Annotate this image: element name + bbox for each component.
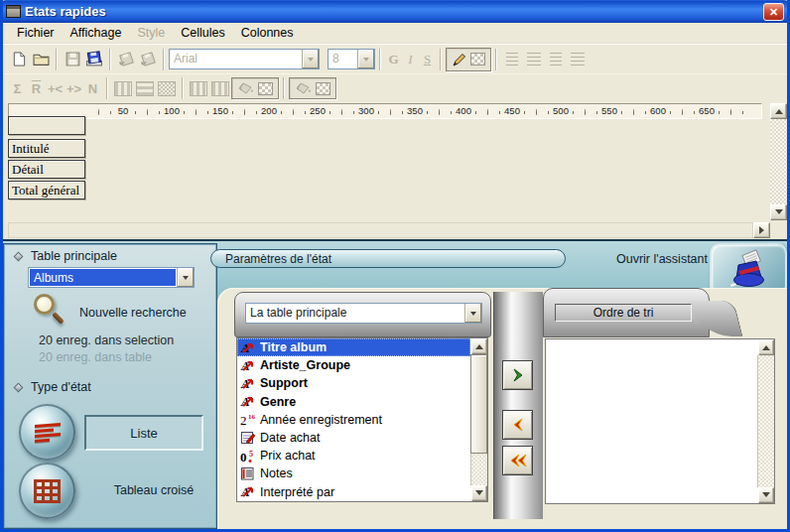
- parameters-header-text: Paramètres de l'état: [225, 252, 331, 266]
- scrollbar-track[interactable]: [757, 355, 774, 487]
- move-right-button[interactable]: [502, 360, 533, 390]
- field-item[interactable]: Année enregistrement: [237, 411, 487, 429]
- field-item[interactable]: Artiste_Groupe: [237, 356, 487, 374]
- menu-colonnes[interactable]: Colonnes: [233, 24, 302, 42]
- field-label: Date achat: [260, 431, 320, 445]
- search-icon: [52, 312, 65, 325]
- list-report-button[interactable]: [19, 404, 75, 461]
- chevron-down-icon[interactable]: [302, 50, 319, 68]
- field-item[interactable]: Genre: [237, 393, 487, 411]
- field-label: Notes: [260, 466, 293, 480]
- horizontal-scrollbar-track[interactable]: [8, 222, 753, 238]
- chevron-down-icon[interactable]: [357, 50, 374, 68]
- field-item[interactable]: Notes: [237, 465, 487, 482]
- toolbar-separator: [495, 49, 497, 70]
- alpha-field-icon: [240, 394, 256, 409]
- print-preview-button: [115, 49, 137, 70]
- transparent-pattern-icon: [470, 53, 485, 66]
- field-label: Support: [260, 376, 308, 390]
- alpha-field-icon: [240, 340, 256, 355]
- ruler-label: 550: [599, 105, 619, 116]
- selection-count: 20 enreg. dans selection: [39, 333, 174, 347]
- field-item[interactable]: Support: [237, 374, 487, 392]
- scroll-right-button[interactable]: [753, 222, 770, 238]
- field-label: Genre: [260, 395, 296, 409]
- menu-fichier[interactable]: Fichier: [9, 24, 63, 42]
- sort-order-list[interactable]: [545, 338, 775, 504]
- date-field-icon: [240, 431, 256, 446]
- move-all-left-button[interactable]: [502, 446, 533, 475]
- ruler-label: 350: [405, 105, 425, 116]
- menu-bar: Fichier Affichage Style Cellules Colonne…: [3, 23, 787, 44]
- field-item[interactable]: Titre album: [237, 338, 470, 356]
- chevron-down-icon[interactable]: [177, 268, 194, 287]
- table-select[interactable]: Albums: [28, 267, 195, 288]
- sidebar: Table principale Albums Nouvelle recherc…: [3, 243, 217, 529]
- scroll-down-button[interactable]: [770, 204, 787, 220]
- title-bar[interactable]: Etats rapides: [0, 0, 790, 23]
- ruler-label: 650: [697, 105, 717, 116]
- menu-affichage[interactable]: Affichage: [63, 24, 130, 42]
- toolbar-separator: [182, 77, 184, 99]
- source-table-select[interactable]: La table principale: [245, 303, 482, 324]
- table-principale-label: Table principale: [31, 249, 117, 263]
- field-list: Titre album Artiste_Groupe Support Genre…: [236, 337, 488, 502]
- field-label: Artiste_Groupe: [260, 358, 350, 372]
- chevron-down-icon[interactable]: [464, 304, 481, 323]
- sort-order-header: Ordre de tri: [555, 304, 692, 322]
- field-label: Année enregistrement: [260, 413, 382, 427]
- field-item[interactable]: Date achat: [237, 429, 487, 447]
- font-family-select[interactable]: Arial: [169, 49, 320, 69]
- report-row-detail[interactable]: Détail: [8, 160, 85, 179]
- report-parameters-panel: Table principale Albums Nouvelle recherc…: [0, 239, 790, 532]
- print-button: [137, 49, 159, 70]
- toolbar-separator: [440, 49, 442, 70]
- field-list-scrollbar[interactable]: [470, 338, 487, 501]
- toolbar-separator: [379, 49, 381, 70]
- parameters-header-pill: Paramètres de l'état: [210, 249, 566, 268]
- vertical-scrollbar-track[interactable]: [770, 119, 787, 204]
- close-button[interactable]: [763, 3, 784, 21]
- report-row-header-empty[interactable]: [8, 116, 85, 135]
- sort-list-scrollbar[interactable]: [757, 339, 774, 503]
- integer-field-icon: [240, 412, 256, 427]
- move-column-right-button: [209, 77, 231, 99]
- font-size-select[interactable]: 8: [328, 49, 375, 69]
- toolbar-separator: [56, 49, 58, 70]
- add-column-right-button: +>: [65, 81, 83, 96]
- repeated-values-button: R: [27, 81, 46, 96]
- field-item[interactable]: Interprété par: [237, 483, 487, 501]
- scroll-up-button[interactable]: [758, 339, 774, 355]
- menu-cellules[interactable]: Cellules: [173, 24, 232, 42]
- save-report-button[interactable]: [83, 49, 105, 70]
- report-row-intitule[interactable]: Intitulé: [8, 139, 85, 158]
- move-right-icon: [510, 367, 526, 383]
- page-number-button: N: [83, 81, 102, 96]
- move-left-button[interactable]: [502, 410, 533, 440]
- open-assistant-label[interactable]: Ouvrir l'assistant: [593, 252, 708, 266]
- report-row-total-general[interactable]: Total général: [8, 181, 85, 200]
- sum-button: Σ: [8, 81, 27, 96]
- new-document-button[interactable]: [8, 49, 30, 70]
- diamond-bullet-icon: [14, 252, 24, 262]
- text-field-icon: [240, 466, 256, 481]
- alt-fill-color-button[interactable]: [289, 77, 336, 99]
- scrollbar-thumb[interactable]: [470, 354, 487, 454]
- toolbar-secondary: Σ R +< +> N: [3, 73, 787, 102]
- scroll-up-button[interactable]: [770, 103, 787, 119]
- pattern-button: [156, 77, 178, 99]
- menu-style: Style: [129, 24, 173, 42]
- report-window-icon: [6, 5, 21, 18]
- field-item[interactable]: Prix achat: [237, 447, 487, 465]
- field-label: Prix achat: [260, 449, 316, 463]
- border-pen-color-button[interactable]: [446, 48, 491, 71]
- scroll-up-button[interactable]: [471, 338, 487, 354]
- ruler: 50100150200250300350400450500550600650: [8, 103, 762, 119]
- fill-color-button[interactable]: [231, 77, 279, 99]
- ruler-label: 500: [551, 105, 571, 116]
- magic-hat-icon: [725, 249, 771, 291]
- scroll-down-button[interactable]: [758, 487, 774, 503]
- cross-table-button[interactable]: [19, 463, 75, 519]
- open-folder-button[interactable]: [30, 49, 52, 70]
- scroll-down-button[interactable]: [471, 485, 487, 501]
